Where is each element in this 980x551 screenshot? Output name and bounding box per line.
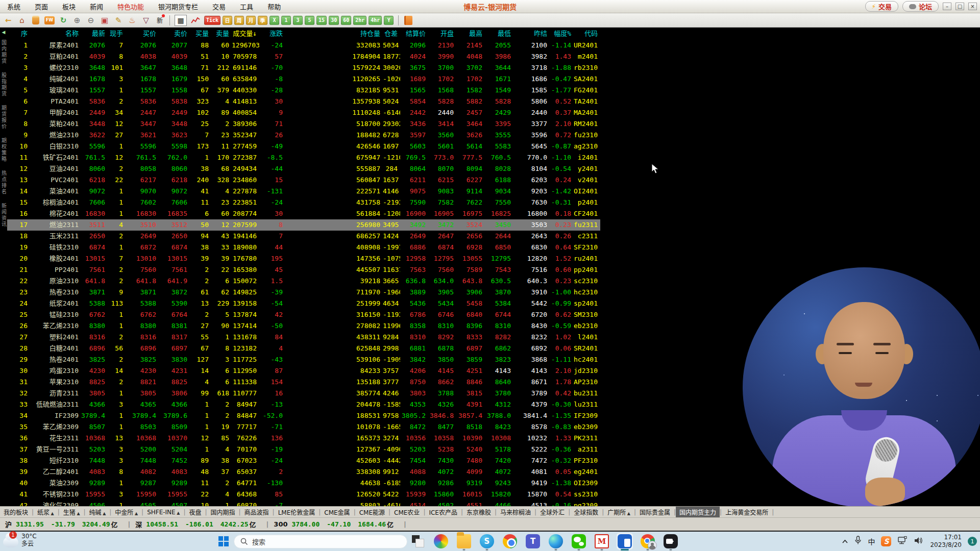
- period-button-季[interactable]: 季: [258, 16, 267, 25]
- table-row[interactable]: 17燃油231135114351035125012207599825698034…: [7, 219, 600, 231]
- minimize-button[interactable]: –: [943, 3, 951, 10]
- taskbar-app-teams[interactable]: T: [525, 533, 541, 549]
- table-row[interactable]: 19硅铁23106874168726874383318908044408908-…: [7, 242, 600, 253]
- back-icon[interactable]: ←: [3, 15, 13, 26]
- bottom-tab-ICE农产品[interactable]: ICE农产品: [425, 507, 461, 517]
- period-button-30[interactable]: 30: [329, 16, 339, 25]
- column-header-开盘[interactable]: 开盘: [428, 28, 456, 40]
- start-button[interactable]: [218, 536, 229, 547]
- collapse-arrow-icon[interactable]: ◀: [2, 30, 6, 35]
- bottom-tab-国内期货主力[interactable]: 国内期货主力: [676, 507, 720, 517]
- table-row[interactable]: 35苯乙烯2309850718503850911977717-71101078-…: [7, 421, 600, 433]
- sidebar-item-热点排名[interactable]: 热点排名: [0, 170, 8, 195]
- table-row[interactable]: 6PTA240158362583658383234414813301357938…: [7, 96, 600, 107]
- column-header-买价[interactable]: 买价: [126, 28, 159, 40]
- bottom-tab-我的板块[interactable]: 我的板块: [0, 507, 32, 517]
- pencil-icon[interactable]: ✎: [113, 15, 124, 26]
- column-header-昨结[interactable]: 昨结: [513, 28, 550, 40]
- column-header-最高[interactable]: 最高: [456, 28, 485, 40]
- table-row[interactable]: 1尿素2401207672076207788601296703-24332083…: [7, 40, 600, 51]
- bottom-tab-国际贵金属[interactable]: 国际贵金属: [636, 507, 674, 517]
- orange-book-icon[interactable]: [403, 15, 413, 26]
- table-row[interactable]: 3螺纹231036481013647364871212691146-701579…: [7, 62, 600, 73]
- table-row[interactable]: 18玉米231126502264926509443194146768625714…: [7, 231, 600, 242]
- table-row[interactable]: 34IF23093789.413789.43789.61284847-52.01…: [7, 410, 600, 421]
- taskbar-app-edge[interactable]: [548, 533, 564, 549]
- bottom-tab-CME金属[interactable]: CME金属: [321, 507, 353, 517]
- menu-item-交易[interactable]: 交易: [205, 2, 233, 11]
- period-button-1[interactable]: 1: [281, 16, 291, 25]
- trade-button[interactable]: ⚡交易: [865, 1, 898, 12]
- taskbar-app-task-view[interactable]: [410, 533, 426, 549]
- sidebar-item-期权策略[interactable]: 期权策略: [0, 138, 8, 162]
- layers-icon[interactable]: ▣: [100, 15, 110, 26]
- new-feature-icon[interactable]: 新: [155, 15, 165, 26]
- period-button-月[interactable]: 月: [246, 16, 256, 25]
- table-row[interactable]: 12豆油240180602805880603868249434-44555887…: [7, 163, 600, 174]
- bottom-tab-广期所[interactable]: 广期所 ▲: [604, 507, 634, 517]
- column-header-卖量[interactable]: 卖量: [211, 28, 232, 40]
- sidebar-item-期货报价[interactable]: 期货报价: [0, 105, 8, 130]
- table-row[interactable]: 39乙二醇24014083840824083483765037233830899…: [7, 466, 600, 478]
- period-button-4hr[interactable]: 4hr: [369, 16, 382, 25]
- bottom-tab-夜盘[interactable]: 夜盘: [185, 507, 205, 517]
- forum-button[interactable]: 论坛: [902, 1, 939, 12]
- bottom-tab-中金所[interactable]: 中金所 ▲: [111, 507, 141, 517]
- table-row[interactable]: 24纸浆240153881135388539013229139158-54251…: [7, 298, 600, 309]
- bottom-tab-国内期指[interactable]: 国内期指: [207, 507, 239, 517]
- table-row[interactable]: 5玻璃2401155711557155867379440330-28832185…: [7, 85, 600, 96]
- column-header-名称[interactable]: 名称: [30, 28, 81, 40]
- filter-icon[interactable]: ▽: [141, 15, 151, 26]
- column-header-持仓量[interactable]: 持仓量: [285, 28, 383, 40]
- column-header-最低[interactable]: 最低: [485, 28, 513, 40]
- home-icon[interactable]: ⌂: [17, 15, 27, 26]
- table-row[interactable]: 32沥青231138051380538069961811077716385774…: [7, 388, 600, 399]
- refresh-icon[interactable]: ↻: [58, 15, 68, 26]
- bottom-tab-全球外汇[interactable]: 全球外汇: [536, 507, 568, 517]
- period-button-2hr[interactable]: 2hr: [353, 16, 366, 25]
- period-button-日[interactable]: 日: [223, 16, 232, 25]
- menu-item-板块[interactable]: 板块: [55, 2, 83, 11]
- menu-item-特色功能[interactable]: 特色功能: [110, 2, 151, 11]
- column-header-涨跌[interactable]: 涨跌: [259, 28, 285, 40]
- table-row[interactable]: 28白糖240168965668966897678123182462584829…: [7, 343, 600, 354]
- table-row[interactable]: 9燃油2310362227362136237233523472618848267…: [7, 130, 600, 141]
- taskbar-app-chrome-profile[interactable]: [640, 533, 656, 549]
- chart-view-icon[interactable]: [190, 15, 201, 26]
- taskbar-app-chrome[interactable]: [502, 533, 518, 549]
- zoom-in-icon[interactable]: ⊕: [72, 15, 82, 26]
- period-button-Tick[interactable]: Tick: [204, 16, 220, 25]
- menu-item-银河期货专栏[interactable]: 银河期货专栏: [151, 2, 205, 11]
- table-row[interactable]: 21PP240175612756075612221653804544550711…: [7, 264, 600, 276]
- bottom-tab-LME伦敦金属[interactable]: LME伦敦金属: [275, 507, 319, 517]
- bottom-tab-商品波指[interactable]: 商品波指: [241, 507, 273, 517]
- column-header-成交量[interactable]: 成交量↓: [232, 28, 259, 40]
- menu-item-新闻[interactable]: 新闻: [83, 2, 110, 11]
- column-header-买量[interactable]: 买量: [190, 28, 211, 40]
- sidebar-item-新闻资讯[interactable]: 新闻资讯: [0, 203, 8, 228]
- column-header-仓差[interactable]: 仓差: [383, 28, 400, 40]
- bottom-tab-纸浆[interactable]: 纸浆 ▲: [34, 507, 58, 517]
- table-row[interactable]: 15棕榈油240176061760276061123223851-2443175…: [7, 197, 600, 208]
- network-icon[interactable]: [897, 536, 908, 547]
- search-input[interactable]: 搜索: [234, 535, 407, 548]
- period-button-Y[interactable]: Y: [384, 16, 394, 25]
- sidebar-item-国内期货[interactable]: 国内期货: [0, 40, 8, 64]
- table-row[interactable]: 16棉花240116830116830168356602087743056188…: [7, 208, 600, 219]
- column-header-最新[interactable]: 最新: [81, 28, 108, 40]
- microphone-tray-icon[interactable]: [854, 536, 862, 547]
- horn-icon[interactable]: ♨: [127, 15, 137, 26]
- weather-widget[interactable]: 1 30°C多云: [3, 533, 37, 548]
- bottom-tab-CME能源[interactable]: CME能源: [356, 507, 388, 517]
- table-row[interactable]: 22原油2310641.82641.8641.9261500721.539218…: [7, 276, 600, 287]
- table-row[interactable]: 8菜粕2401344812344734482523893067151870029…: [7, 118, 600, 130]
- table-row[interactable]: 11铁矿石2401761.512761.5762.01170272387-8.5…: [7, 152, 600, 163]
- table-row[interactable]: 25锰硅231067621676267642513787442316150-11…: [7, 309, 600, 320]
- table-row[interactable]: 30鸡蛋231042301442304231146112950878423337…: [7, 365, 600, 377]
- table-row[interactable]: 27塑料240183162831683175511316788443831192…: [7, 332, 600, 343]
- period-button-5[interactable]: 5: [305, 16, 314, 25]
- table-row[interactable]: 40菜油2309928919287928911264771-13044638-6…: [7, 478, 600, 489]
- tray-expand-icon[interactable]: [842, 538, 848, 545]
- taskbar-app-wechat[interactable]: [571, 533, 587, 549]
- taskbar-app-screen-recorder[interactable]: [663, 533, 679, 549]
